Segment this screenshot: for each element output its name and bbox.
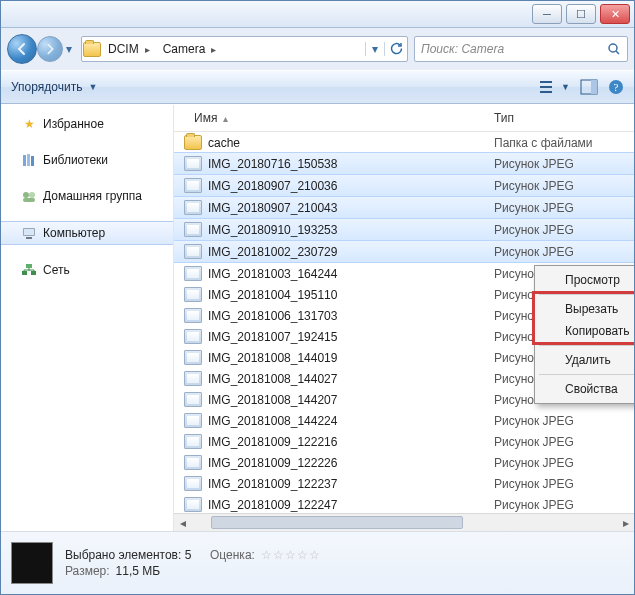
file-row[interactable]: IMG_20181009_122237Рисунок JPEG xyxy=(174,473,634,494)
selection-thumbnail xyxy=(11,542,53,584)
nav-network[interactable]: Сеть xyxy=(1,259,173,281)
svg-rect-18 xyxy=(31,271,36,275)
file-row[interactable]: IMG_20181002_230729Рисунок JPEG xyxy=(174,240,634,263)
file-row[interactable]: IMG_20181009_122247Рисунок JPEG xyxy=(174,494,634,513)
breadcrumb-camera[interactable]: Camera▸ xyxy=(157,37,224,61)
file-name: IMG_20180907_210043 xyxy=(208,201,337,215)
svg-rect-3 xyxy=(540,91,552,93)
file-type: Рисунок JPEG xyxy=(488,456,634,470)
file-name: IMG_20181008_144224 xyxy=(208,414,337,428)
column-name[interactable]: Имя ▴ xyxy=(174,111,488,125)
file-row[interactable]: IMG_20181009_122216Рисунок JPEG xyxy=(174,431,634,452)
ctx-properties[interactable]: Свойства xyxy=(537,378,634,400)
file-name: IMG_20181002_230729 xyxy=(208,245,337,259)
nav-computer[interactable]: Компьютер xyxy=(1,221,173,245)
svg-rect-8 xyxy=(23,155,26,166)
file-name: IMG_20181009_122247 xyxy=(208,498,337,512)
file-row[interactable]: IMG_20180716_150538Рисунок JPEG xyxy=(174,152,634,175)
organize-menu[interactable]: Упорядочить ▼ xyxy=(11,80,97,94)
homegroup-icon xyxy=(21,188,37,204)
ctx-cut[interactable]: Вырезать xyxy=(537,298,634,320)
image-file-icon xyxy=(184,476,202,491)
svg-rect-9 xyxy=(27,154,30,166)
nav-favorites[interactable]: ★ Избранное xyxy=(1,113,173,135)
star-icon: ★ xyxy=(21,116,37,132)
rating-stars[interactable]: ☆☆☆☆☆ xyxy=(261,548,321,562)
help-button[interactable]: ? xyxy=(608,79,624,95)
image-file-icon xyxy=(184,266,202,281)
nav-label: Домашняя группа xyxy=(43,189,142,203)
ctx-view[interactable]: Просмотр xyxy=(537,269,634,291)
search-placeholder: Поиск: Camera xyxy=(421,42,504,56)
back-button[interactable] xyxy=(7,34,37,64)
file-type: Рисунок JPEG xyxy=(488,179,634,193)
horizontal-scrollbar[interactable]: ◂ ▸ xyxy=(174,513,634,531)
svg-rect-2 xyxy=(540,86,552,88)
svg-rect-15 xyxy=(24,229,34,235)
image-file-icon xyxy=(184,434,202,449)
forward-button[interactable] xyxy=(37,36,63,62)
file-name: IMG_20181004_195110 xyxy=(208,288,337,302)
file-type: Рисунок JPEG xyxy=(488,477,634,491)
ctx-delete[interactable]: Удалить xyxy=(537,349,634,371)
network-icon xyxy=(21,262,37,278)
image-file-icon xyxy=(184,308,202,323)
svg-text:?: ? xyxy=(614,81,619,93)
image-file-icon xyxy=(184,156,202,171)
organize-label: Упорядочить xyxy=(11,80,82,94)
file-type: Рисунок JPEG xyxy=(488,245,634,259)
breadcrumb-dcim[interactable]: DCIM▸ xyxy=(102,37,157,61)
breadcrumb-label: DCIM xyxy=(108,42,139,56)
file-type: Рисунок JPEG xyxy=(488,435,634,449)
address-bar[interactable]: DCIM▸ Camera▸ ▾ xyxy=(81,36,408,62)
file-name: IMG_20181007_192415 xyxy=(208,330,337,344)
minimize-button[interactable]: ─ xyxy=(532,4,562,24)
file-name: IMG_20181006_131703 xyxy=(208,309,337,323)
image-file-icon xyxy=(184,200,202,215)
image-file-icon xyxy=(184,455,202,470)
libraries-icon xyxy=(21,152,37,168)
search-input[interactable]: Поиск: Camera xyxy=(414,36,628,62)
scroll-left-arrow[interactable]: ◂ xyxy=(174,514,191,531)
selection-title: Выбрано элементов: 5 xyxy=(65,548,191,562)
menu-separator xyxy=(539,374,634,375)
refresh-button[interactable] xyxy=(384,42,407,56)
file-row[interactable]: IMG_20181008_144224Рисунок JPEG xyxy=(174,410,634,431)
file-name: IMG_20181008_144207 xyxy=(208,393,337,407)
menu-separator xyxy=(539,345,634,346)
explorer-window: ─ ☐ ✕ ▾ DCIM▸ Camera▸ ▾ xyxy=(0,0,635,595)
svg-rect-16 xyxy=(26,237,32,239)
nav-label: Сеть xyxy=(43,263,70,277)
file-name: IMG_20181003_164244 xyxy=(208,267,337,281)
scroll-thumb[interactable] xyxy=(211,516,463,529)
column-label: Тип xyxy=(494,111,514,125)
nav-label: Избранное xyxy=(43,117,104,131)
file-row[interactable]: cacheПапка с файлами xyxy=(174,132,634,153)
search-icon xyxy=(607,42,621,56)
history-dropdown[interactable]: ▾ xyxy=(63,35,75,63)
file-row[interactable]: IMG_20180910_193253Рисунок JPEG xyxy=(174,218,634,241)
file-list-pane: Имя ▴ Тип cacheПапка с файламиIMG_201807… xyxy=(174,105,634,531)
file-row[interactable]: IMG_20180907_210036Рисунок JPEG xyxy=(174,174,634,197)
nav-homegroup[interactable]: Домашняя группа xyxy=(1,185,173,207)
svg-rect-5 xyxy=(591,80,597,94)
sort-indicator-icon: ▴ xyxy=(223,113,228,124)
ctx-copy[interactable]: Копировать xyxy=(537,320,634,342)
file-row[interactable]: IMG_20181009_122226Рисунок JPEG xyxy=(174,452,634,473)
scroll-right-arrow[interactable]: ▸ xyxy=(617,514,634,531)
maximize-button[interactable]: ☐ xyxy=(566,4,596,24)
preview-pane-button[interactable] xyxy=(580,79,598,95)
svg-point-0 xyxy=(609,44,617,52)
svg-rect-17 xyxy=(22,271,27,275)
file-row[interactable]: IMG_20180907_210043Рисунок JPEG xyxy=(174,196,634,219)
address-dropdown[interactable]: ▾ xyxy=(365,42,384,56)
view-options-button[interactable]: ▼ xyxy=(539,79,570,95)
size-value: 11,5 МБ xyxy=(116,564,161,578)
image-file-icon xyxy=(184,350,202,365)
column-type[interactable]: Тип xyxy=(488,111,634,125)
nav-label: Компьютер xyxy=(43,226,105,240)
svg-rect-19 xyxy=(26,264,32,268)
file-name: IMG_20181009_122237 xyxy=(208,477,337,491)
close-button[interactable]: ✕ xyxy=(600,4,630,24)
nav-libraries[interactable]: Библиотеки xyxy=(1,149,173,171)
